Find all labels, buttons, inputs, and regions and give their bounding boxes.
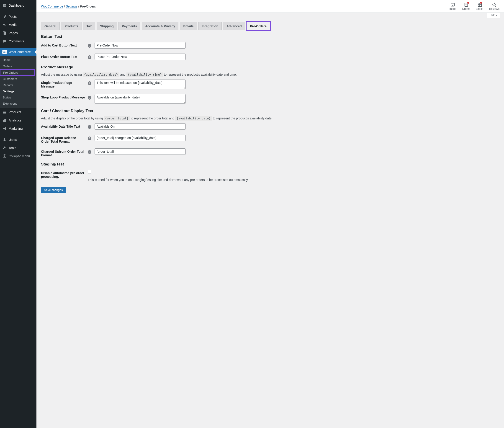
submenu-item-home[interactable]: Home <box>0 57 36 63</box>
svg-rect-5 <box>5 119 6 122</box>
sidebar-item-media[interactable]: Media <box>0 21 36 29</box>
desc-text: Adjust the message by using <box>41 73 83 76</box>
textarea-shop-loop[interactable]: Available on {availability_date}. <box>95 94 186 104</box>
topbar-inbox[interactable]: Inbox <box>449 2 456 10</box>
tab-shipping[interactable]: Shipping <box>97 22 117 30</box>
submenu-item-reports[interactable]: Reports <box>0 82 36 88</box>
comment-icon <box>2 39 7 43</box>
desc-text: and <box>120 73 126 76</box>
settings-content: General Products Tax Shipping Payments A… <box>36 18 504 202</box>
desc-text: Adjust the display of the order total by… <box>41 116 104 120</box>
svg-rect-10 <box>478 3 480 4</box>
tab-advanced[interactable]: Advanced <box>223 22 245 30</box>
input-add-to-cart[interactable] <box>95 42 186 49</box>
svg-rect-4 <box>4 119 5 122</box>
submenu-item-customers[interactable]: Customers <box>0 76 36 82</box>
sidebar-item-label: Media <box>9 23 17 27</box>
sidebar-item-label: Marketing <box>9 127 23 130</box>
sidebar-item-woocommerce[interactable]: woo WooCommerce <box>0 48 36 56</box>
submenu-item-status[interactable]: Status <box>0 94 36 100</box>
help-icon[interactable]: ? <box>88 44 91 48</box>
tab-integration[interactable]: Integration <box>198 22 222 30</box>
admin-sidebar: Dashboard Posts Media Pages Comments woo… <box>0 0 36 428</box>
row-add-to-cart: Add to Cart Button Text ? <box>41 42 499 49</box>
label-charged-upfront: Charged Upfront Order Total Format <box>41 148 88 157</box>
input-place-order[interactable] <box>95 54 186 60</box>
megaphone-icon <box>2 126 7 131</box>
breadcrumb-current: Pre-Orders <box>80 5 96 8</box>
topbar-stock[interactable]: Stock <box>476 2 483 10</box>
breadcrumb-sep: / <box>64 5 65 8</box>
woocommerce-submenu: Home Orders Pre-Orders Customers Reports… <box>0 56 36 108</box>
breadcrumb-settings[interactable]: Settings <box>66 5 77 8</box>
section-heading-button-text: Button Text <box>41 34 499 39</box>
svg-rect-13 <box>480 5 481 6</box>
topbar: WooCommerce / Settings / Pre-Orders Inbo… <box>36 0 504 13</box>
help-icon[interactable]: ? <box>88 150 91 154</box>
input-availability-title[interactable] <box>95 123 186 130</box>
sidebar-item-label: Products <box>9 110 21 114</box>
save-button[interactable]: Save changes <box>41 187 66 193</box>
submenu-item-settings[interactable]: Settings <box>0 88 36 94</box>
textarea-single-product[interactable]: This item will be released on {availabil… <box>95 80 186 89</box>
sidebar-item-label: Comments <box>9 39 24 43</box>
product-message-desc: Adjust the message by using {availabilit… <box>41 73 499 76</box>
topbar-icons: Inbox Orders Stock Reviews <box>449 2 499 10</box>
sidebar-item-analytics[interactable]: Analytics <box>0 116 36 124</box>
row-charged-release: Charged Upon Release Order Total Format … <box>41 135 499 143</box>
tab-general[interactable]: General <box>41 22 60 30</box>
code-tag: {order_total} <box>104 116 130 121</box>
sidebar-item-pages[interactable]: Pages <box>0 29 36 37</box>
sidebar-item-products[interactable]: Products <box>0 108 36 116</box>
tab-pre-orders[interactable]: Pre-Orders <box>246 22 270 30</box>
topbar-orders[interactable]: Orders <box>462 2 471 10</box>
sidebar-item-label: Users <box>9 138 17 141</box>
help-tab[interactable]: Help ▾ <box>487 13 500 18</box>
tab-emails[interactable]: Emails <box>180 22 197 30</box>
tab-accounts-privacy[interactable]: Accounts & Privacy <box>142 22 179 30</box>
sidebar-item-users[interactable]: Users <box>0 136 36 144</box>
checkbox-disable-processing[interactable] <box>88 170 91 173</box>
label-place-order: Place Order Button Text <box>41 54 88 58</box>
tab-payments[interactable]: Payments <box>118 22 140 30</box>
submenu-item-pre-orders[interactable]: Pre-Orders <box>0 69 35 76</box>
breadcrumb-sep: / <box>78 5 79 8</box>
row-availability-title: Availability Date Title Text ? <box>41 123 499 130</box>
archive-icon <box>2 110 7 115</box>
woo-icon: woo <box>2 50 7 54</box>
submenu-item-extensions[interactable]: Extensions <box>0 100 36 107</box>
pin-icon <box>2 14 7 19</box>
submenu-item-orders[interactable]: Orders <box>0 63 36 69</box>
help-icon[interactable]: ? <box>88 55 91 59</box>
code-tag: {availability_time} <box>126 73 163 77</box>
tab-products[interactable]: Products <box>61 22 82 30</box>
pages-icon <box>2 31 7 35</box>
sidebar-item-tools[interactable]: Tools <box>0 144 36 152</box>
breadcrumb-woocommerce[interactable]: WooCommerce <box>41 5 63 8</box>
svg-rect-8 <box>451 3 455 6</box>
help-icon[interactable]: ? <box>88 96 91 99</box>
notification-dot-icon <box>467 2 469 4</box>
label-add-to-cart: Add to Cart Button Text <box>41 42 88 47</box>
sidebar-item-posts[interactable]: Posts <box>0 13 36 21</box>
svg-rect-3 <box>3 120 4 122</box>
label-disable-processing: Disable automated pre order processing. <box>41 170 88 178</box>
row-place-order: Place Order Button Text ? <box>41 54 499 60</box>
help-icon[interactable]: ? <box>88 125 91 129</box>
sidebar-item-comments[interactable]: Comments <box>0 37 36 45</box>
svg-point-0 <box>3 24 5 25</box>
tab-tax[interactable]: Tax <box>83 22 95 30</box>
help-icon[interactable]: ? <box>88 137 91 140</box>
svg-rect-12 <box>478 5 480 6</box>
sidebar-item-marketing[interactable]: Marketing <box>0 124 36 133</box>
settings-tabs: General Products Tax Shipping Payments A… <box>41 22 499 30</box>
helper-text-disable: This is used for when you're on a stagin… <box>88 178 248 182</box>
sidebar-item-collapse[interactable]: Collapse menu <box>0 152 36 160</box>
help-icon[interactable]: ? <box>88 81 91 85</box>
topbar-reviews[interactable]: Reviews <box>489 2 499 10</box>
input-charged-release[interactable] <box>95 135 186 141</box>
sidebar-item-dashboard[interactable]: Dashboard <box>0 1 36 9</box>
topbar-label: Reviews <box>489 7 499 10</box>
input-charged-upfront[interactable] <box>95 148 186 155</box>
section-heading-cart: Cart / Checkout Display Text <box>41 109 499 113</box>
